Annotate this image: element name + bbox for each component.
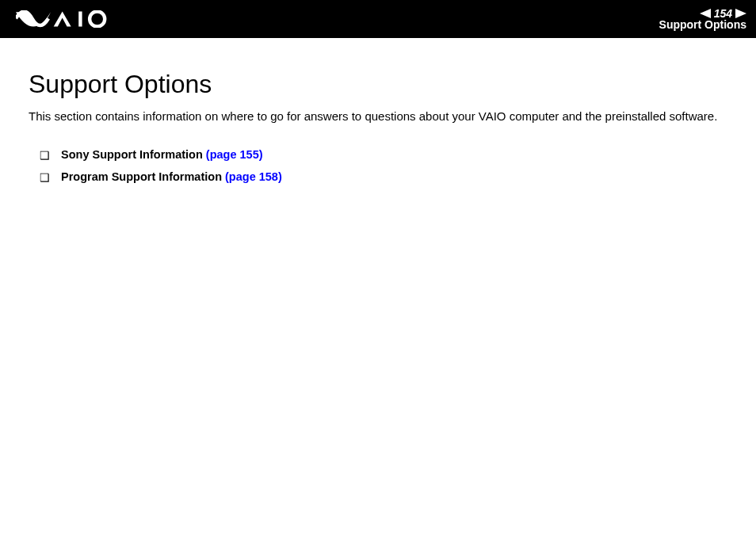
- svg-point-1: [90, 11, 105, 26]
- page-title: Support Options: [29, 70, 727, 99]
- bullet-icon: ❑: [40, 148, 50, 162]
- svg-marker-3: [735, 9, 746, 18]
- header-right: 154 Support Options: [659, 7, 746, 31]
- bullet-icon: ❑: [40, 170, 50, 185]
- intro-paragraph: This section contains information on whe…: [29, 109, 727, 124]
- page-link[interactable]: (page 155): [206, 148, 263, 161]
- page-content: Support Options This section contains in…: [0, 38, 756, 185]
- vaio-logo: [16, 10, 109, 28]
- header-bar: 154 Support Options: [0, 0, 756, 38]
- svg-marker-2: [700, 9, 711, 18]
- list-item: ❑ Program Support Information (page 158): [40, 170, 727, 185]
- svg-rect-0: [78, 11, 82, 26]
- next-page-arrow-icon[interactable]: [735, 9, 746, 18]
- list-item-label: Program Support Information: [61, 170, 225, 183]
- page-link[interactable]: (page 158): [225, 170, 282, 183]
- section-links-list: ❑ Sony Support Information (page 155) ❑ …: [29, 148, 727, 185]
- list-item-label: Sony Support Information: [61, 148, 206, 161]
- list-item: ❑ Sony Support Information (page 155): [40, 148, 727, 162]
- prev-page-arrow-icon[interactable]: [700, 9, 711, 18]
- header-section-title: Support Options: [659, 18, 746, 31]
